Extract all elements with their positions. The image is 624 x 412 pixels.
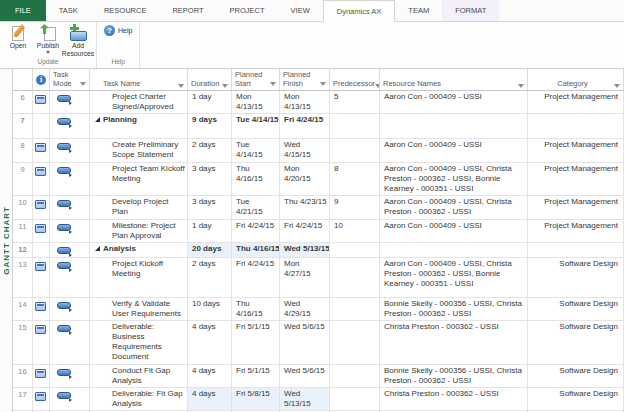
cell-task-mode[interactable] bbox=[50, 91, 90, 113]
cell-predecessor[interactable] bbox=[330, 139, 380, 162]
row-number[interactable]: 9 bbox=[13, 163, 33, 195]
cell-duration[interactable]: 3 days bbox=[188, 163, 232, 195]
cell-task-name[interactable]: Conduct Fit Gap Analysis bbox=[90, 365, 188, 387]
cell-resource-names[interactable] bbox=[380, 243, 528, 257]
cell-planned-start[interactable]: Thu 4/16/15 bbox=[232, 298, 280, 320]
cell-task-mode[interactable] bbox=[50, 114, 90, 138]
filter-arrow-icon[interactable] bbox=[518, 84, 524, 88]
cell-planned-finish[interactable]: Thu 4/23/15 bbox=[280, 196, 330, 219]
filter-arrow-icon[interactable] bbox=[320, 82, 326, 86]
cell-resource-names[interactable]: Aaron Con - 000409 - USSI bbox=[380, 139, 528, 162]
cell-planned-finish[interactable]: Mon 4/27/15 bbox=[280, 258, 330, 297]
cell-planned-finish[interactable]: Wed 5/13/15 bbox=[280, 243, 330, 257]
cell-task-name[interactable]: Create Preliminary Scope Statement bbox=[90, 139, 188, 162]
cell-task-name[interactable]: Project Team Kickoff Meeting bbox=[90, 163, 188, 195]
cell-planned-start[interactable]: Thu 4/16/15 bbox=[232, 243, 280, 257]
cell-category[interactable]: Project Management bbox=[528, 91, 624, 113]
cell-category[interactable]: Project Management bbox=[528, 196, 624, 219]
cell-duration[interactable]: 1 day bbox=[188, 220, 232, 242]
cell-duration[interactable]: 2 days bbox=[188, 258, 232, 297]
cell-duration[interactable]: 4 days bbox=[188, 388, 232, 410]
cell-category[interactable]: Software Design bbox=[528, 365, 624, 387]
filter-arrow-icon[interactable] bbox=[270, 82, 276, 86]
cell-predecessor[interactable]: 5 bbox=[330, 91, 380, 113]
cell-resource-names[interactable]: Aaron Con - 000409 - USSI bbox=[380, 220, 528, 242]
cell-task-mode[interactable] bbox=[50, 139, 90, 162]
column-header-duration[interactable]: Duration bbox=[188, 69, 232, 90]
cell-predecessor[interactable] bbox=[330, 114, 380, 138]
row-number[interactable]: 8 bbox=[13, 139, 33, 162]
tab-view[interactable]: VIEW bbox=[278, 0, 323, 21]
cell-category[interactable]: Software Design bbox=[528, 298, 624, 320]
cell-task-mode[interactable] bbox=[50, 298, 90, 320]
cell-duration[interactable]: 4 days bbox=[188, 365, 232, 387]
tab-team[interactable]: TEAM bbox=[395, 0, 442, 21]
filter-arrow-icon[interactable] bbox=[614, 84, 620, 88]
cell-category[interactable]: Project Management bbox=[528, 163, 624, 195]
row-number[interactable]: 7 bbox=[13, 114, 33, 138]
cell-planned-finish[interactable]: Fri 4/24/15 bbox=[280, 114, 330, 138]
cell-category[interactable] bbox=[528, 243, 624, 257]
row-number[interactable]: 15 bbox=[13, 321, 33, 364]
cell-category[interactable]: Project Management bbox=[528, 220, 624, 242]
cell-duration[interactable]: 1 day bbox=[188, 91, 232, 113]
cell-task-mode[interactable] bbox=[50, 163, 90, 195]
cell-planned-start[interactable]: Tue 4/14/15 bbox=[232, 139, 280, 162]
cell-planned-start[interactable]: Mon 4/13/15 bbox=[232, 91, 280, 113]
cell-task-mode[interactable] bbox=[50, 220, 90, 242]
cell-predecessor[interactable]: 9 bbox=[330, 196, 380, 219]
cell-category[interactable]: Software Design bbox=[528, 321, 624, 364]
cell-task-name[interactable]: Verify & Validate User Requirements bbox=[90, 298, 188, 320]
tab-file[interactable]: FILE bbox=[0, 0, 46, 21]
cell-category[interactable]: Software Design bbox=[528, 258, 624, 297]
cell-planned-finish[interactable]: Wed 4/15/15 bbox=[280, 139, 330, 162]
cell-predecessor[interactable] bbox=[330, 365, 380, 387]
cell-task-name[interactable]: Analysis bbox=[90, 243, 188, 257]
expand-collapse-icon[interactable] bbox=[95, 246, 100, 251]
open-button[interactable]: Open bbox=[3, 23, 33, 50]
cell-task-name[interactable]: Project Kickoff Meeting bbox=[90, 258, 188, 297]
row-number[interactable]: 14 bbox=[13, 298, 33, 320]
cell-duration[interactable]: 4 days bbox=[188, 321, 232, 364]
cell-task-name[interactable]: Develop Project Plan bbox=[90, 196, 188, 219]
cell-resource-names[interactable]: Aaron Con - 000409 - USSI, Christa Prest… bbox=[380, 258, 528, 297]
cell-planned-finish[interactable]: Wed 5/6/15 bbox=[280, 365, 330, 387]
expand-collapse-icon[interactable] bbox=[95, 117, 100, 122]
cell-task-mode[interactable] bbox=[50, 196, 90, 219]
row-number[interactable]: 13 bbox=[13, 258, 33, 297]
cell-predecessor[interactable]: 8 bbox=[330, 163, 380, 195]
column-header-planned-finish[interactable]: Planned Finish bbox=[280, 69, 330, 90]
column-header-task-name[interactable]: Task Name bbox=[90, 69, 188, 90]
cell-planned-start[interactable]: Fri 4/24/15 bbox=[232, 220, 280, 242]
tab-dynamics-ax[interactable]: Dynamics AX bbox=[323, 0, 396, 22]
cell-planned-start[interactable]: Fri 5/8/15 bbox=[232, 388, 280, 410]
help-button[interactable]: Help bbox=[100, 23, 136, 38]
cell-planned-finish[interactable]: Mon 4/20/15 bbox=[280, 163, 330, 195]
cell-planned-finish[interactable]: Wed 4/29/15 bbox=[280, 298, 330, 320]
filter-arrow-icon[interactable] bbox=[80, 82, 86, 86]
row-number[interactable]: 6 bbox=[13, 91, 33, 113]
cell-planned-start[interactable]: Fri 5/1/15 bbox=[232, 321, 280, 364]
cell-planned-finish[interactable]: Wed 5/13/15 bbox=[280, 388, 330, 410]
tab-resource[interactable]: RESOURCE bbox=[91, 0, 160, 21]
filter-arrow-icon[interactable] bbox=[178, 84, 184, 88]
cell-category[interactable] bbox=[528, 114, 624, 138]
cell-resource-names[interactable]: Aaron Con - 000409 - USSI bbox=[380, 91, 528, 113]
tab-report[interactable]: REPORT bbox=[159, 0, 216, 21]
cell-task-name[interactable]: Project Charter Signed/Approved bbox=[90, 91, 188, 113]
filter-arrow-icon[interactable] bbox=[222, 84, 228, 88]
cell-predecessor[interactable]: 10 bbox=[330, 220, 380, 242]
cell-resource-names[interactable]: Bonnie Skelly - 000356 - USSI, Christa P… bbox=[380, 298, 528, 320]
row-number[interactable]: 10 bbox=[13, 196, 33, 219]
cell-duration[interactable]: 9 days bbox=[188, 114, 232, 138]
cell-resource-names[interactable]: Christa Preston - 000362 - USSI bbox=[380, 388, 528, 410]
cell-resource-names[interactable]: Aaron Con - 000409 - USSI, Christa Prest… bbox=[380, 196, 528, 219]
cell-resource-names[interactable] bbox=[380, 114, 528, 138]
cell-category[interactable]: Project Management bbox=[528, 139, 624, 162]
column-header-predecessor[interactable]: Predecessor bbox=[330, 69, 380, 90]
cell-resource-names[interactable]: Bonnie Skelly - 000356 - USSI, Christa P… bbox=[380, 365, 528, 387]
cell-predecessor[interactable] bbox=[330, 258, 380, 297]
column-header-resource-names[interactable]: Resource Names bbox=[380, 69, 528, 90]
cell-predecessor[interactable] bbox=[330, 243, 380, 257]
row-number[interactable]: 17 bbox=[13, 388, 33, 410]
